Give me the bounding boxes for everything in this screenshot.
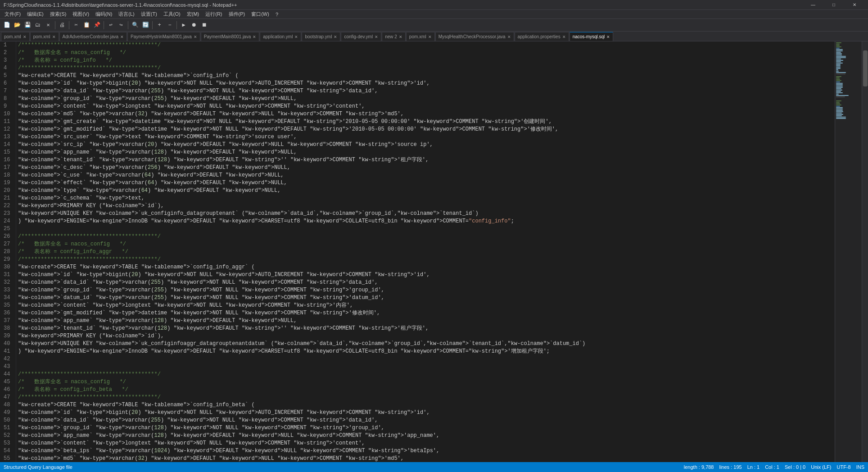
code-line[interactable]: "kw-colname">`group_id` "kw-type">varcha…: [18, 424, 833, 432]
code-line[interactable]: "kw-colname">`id` "kw-type">bigint(20) "…: [18, 409, 833, 417]
menu-item[interactable]: ?: [273, 11, 281, 18]
menu-item[interactable]: 工具(O): [161, 10, 183, 18]
copy-button[interactable]: 📋: [81, 20, 91, 30]
find-button[interactable]: 🔍: [130, 20, 140, 30]
code-line[interactable]: "kw-create">CREATE "kw-keyword">TABLE "k…: [18, 263, 833, 271]
tab-item[interactable]: AdrAdvertiserController.java✕: [59, 32, 127, 41]
code-line[interactable]: "kw-colname">`tenant_id` "kw-type">varch…: [18, 156, 833, 164]
code-line[interactable]: "kw-keyword">UNIQUE KEY "kw-colname">`uk…: [18, 210, 833, 218]
code-line[interactable]: "kw-colname">`group_id` "kw-type">varcha…: [18, 286, 833, 294]
menu-item[interactable]: 视图(V): [70, 10, 92, 18]
code-line[interactable]: "kw-colname">`content` "kw-type">longtex…: [18, 103, 833, 110]
menu-item[interactable]: 语言(L): [116, 10, 137, 18]
tab-item[interactable]: PaymentMain8001.java✕: [201, 32, 260, 41]
code-line[interactable]: [18, 363, 833, 371]
close-button[interactable]: ✕: [845, 0, 864, 10]
code-line[interactable]: ) "kw-keyword">ENGINE="kw-engine">InnoDB…: [18, 218, 833, 225]
replace-button[interactable]: 🔄: [140, 20, 150, 30]
run-button[interactable]: ▶: [179, 20, 189, 30]
zoom-out-button[interactable]: −: [165, 20, 175, 30]
menu-item[interactable]: 搜索(S): [47, 10, 69, 18]
save-button[interactable]: 💾: [23, 20, 32, 30]
stop-button[interactable]: ⏹: [199, 20, 209, 30]
code-line[interactable]: "kw-colname">`gmt_modified` "kw-type">da…: [18, 126, 833, 133]
zoom-in-button[interactable]: +: [154, 20, 164, 30]
code-line[interactable]: "kw-colname">`data_id` "kw-type">varchar…: [18, 417, 833, 424]
code-line[interactable]: /* 表名称 = config_info_beta */: [18, 386, 833, 394]
code-line[interactable]: "kw-colname">`app_name` "kw-type">varcha…: [18, 317, 833, 325]
code-line[interactable]: "kw-colname">`tenant_id` "kw-type">varch…: [18, 325, 833, 332]
open-button[interactable]: 📂: [12, 20, 22, 30]
menu-item[interactable]: 运行(R): [203, 10, 225, 18]
code-line[interactable]: "kw-create">CREATE "kw-keyword">TABLE "k…: [18, 401, 833, 409]
code-line[interactable]: /* 数据库全名 = nacos_config */: [18, 241, 833, 248]
code-line[interactable]: /***************************************…: [18, 233, 833, 241]
code-line[interactable]: "kw-colname">`data_id` "kw-type">varchar…: [18, 279, 833, 286]
code-line[interactable]: "kw-colname">`c_desc` "kw-type">varchar(…: [18, 164, 833, 172]
tab-item[interactable]: pom.xml✕: [406, 32, 435, 41]
cut-button[interactable]: ✂: [71, 20, 81, 30]
code-line[interactable]: /* 表名称 = config_info_aggr */: [18, 248, 833, 256]
tab-item[interactable]: application.yml✕: [260, 32, 301, 41]
code-line[interactable]: /***************************************…: [18, 371, 833, 378]
code-line[interactable]: "kw-colname">`data_id` "kw-type">varchar…: [18, 87, 833, 95]
tab-item[interactable]: new 2✕: [382, 32, 406, 41]
code-line[interactable]: /* 表名称 = config_info */: [18, 57, 833, 64]
code-line[interactable]: "kw-colname">`md5` "kw-type">varchar(32)…: [18, 110, 833, 118]
code-area[interactable]: /***************************************…: [16, 41, 835, 462]
tab-item[interactable]: PaymentHystrinMain8001.java✕: [127, 32, 200, 41]
new-button[interactable]: 📄: [2, 20, 12, 30]
menu-item[interactable]: 插件(P): [226, 10, 248, 18]
code-line[interactable]: "kw-keyword">UNIQUE KEY "kw-colname">`uk…: [18, 340, 833, 348]
code-line[interactable]: [18, 355, 833, 363]
menu-item[interactable]: 窗口(W): [249, 10, 272, 18]
code-line[interactable]: /***************************************…: [18, 394, 833, 401]
code-line[interactable]: "kw-colname">`gmt_create` "kw-type">date…: [18, 118, 833, 126]
code-line[interactable]: "kw-colname">`content` "kw-type">longtex…: [18, 302, 833, 309]
save-all-button[interactable]: 🗂: [33, 20, 43, 30]
scrollbar[interactable]: [862, 41, 868, 462]
code-line[interactable]: "kw-colname">`id` "kw-type">bigint(20) "…: [18, 271, 833, 279]
code-line[interactable]: "kw-colname">`gmt_modified` "kw-type">da…: [18, 309, 833, 317]
macro-button[interactable]: ⏺: [189, 20, 199, 30]
code-line[interactable]: "kw-colname">`app_name` "kw-type">varcha…: [18, 432, 833, 440]
close-button2[interactable]: ✕: [43, 20, 53, 30]
code-line[interactable]: "kw-colname">`src_user` "kw-type">text "…: [18, 133, 833, 141]
tab-item[interactable]: application.properties✕: [515, 32, 569, 41]
code-line[interactable]: /***************************************…: [18, 41, 833, 49]
menu-item[interactable]: 编辑(E): [24, 10, 46, 18]
code-line[interactable]: /* 数据库全名 = nacos_config */: [18, 378, 833, 386]
code-line[interactable]: /* 数据库全名 = nacos_config */: [18, 49, 833, 57]
tab-item[interactable]: pom.xml✕: [30, 32, 59, 41]
code-line[interactable]: "kw-colname">`content` "kw-type">longtex…: [18, 440, 833, 447]
code-line[interactable]: ) "kw-keyword">ENGINE="kw-engine">InnoDB…: [18, 348, 833, 355]
code-line[interactable]: "kw-keyword">PRIMARY KEY ("kw-colname">`…: [18, 332, 833, 340]
code-line[interactable]: "kw-colname">`datum_id` "kw-type">varcha…: [18, 294, 833, 302]
maximize-button[interactable]: □: [824, 0, 844, 10]
tab-item[interactable]: nacos-mysql.sql✕: [570, 32, 614, 41]
menu-item[interactable]: 设置(T): [138, 10, 160, 18]
menu-item[interactable]: 文件(F): [2, 10, 23, 18]
tab-item[interactable]: pom.xml✕: [1, 32, 30, 41]
code-line[interactable]: /***************************************…: [18, 64, 833, 72]
code-line[interactable]: "kw-colname">`group_id` "kw-type">varcha…: [18, 95, 833, 103]
tab-item[interactable]: config-dev.yml✕: [341, 32, 381, 41]
code-line[interactable]: /***************************************…: [18, 256, 833, 263]
code-line[interactable]: "kw-colname">`type` "kw-type">varchar(64…: [18, 187, 833, 195]
menu-item[interactable]: 宏(M): [184, 10, 202, 18]
code-line[interactable]: "kw-colname">`c_schema` "kw-type">text,: [18, 195, 833, 202]
undo-button[interactable]: ↩: [106, 20, 116, 30]
minimize-button[interactable]: —: [803, 0, 823, 10]
code-line[interactable]: "kw-colname">`id` "kw-type">bigint(20) "…: [18, 80, 833, 87]
code-line[interactable]: "kw-colname">`beta_ips` "kw-type">varcha…: [18, 447, 833, 455]
print-button[interactable]: 🖨: [57, 20, 67, 30]
tab-item[interactable]: MysqlHealthCheckProcessor.java✕: [435, 32, 514, 41]
tab-item[interactable]: bootstrap.yml✕: [302, 32, 340, 41]
menu-item[interactable]: 编码(N): [93, 10, 115, 18]
scrollbar-thumb[interactable]: [863, 50, 868, 86]
code-line[interactable]: "kw-colname">`effect` "kw-type">varchar(…: [18, 179, 833, 187]
code-line[interactable]: "kw-colname">`c_use` "kw-type">varchar(6…: [18, 172, 833, 179]
code-line[interactable]: [18, 225, 833, 233]
code-line[interactable]: "kw-colname">`src_ip` "kw-type">varchar(…: [18, 141, 833, 149]
code-line[interactable]: "kw-create">CREATE "kw-keyword">TABLE "k…: [18, 72, 833, 80]
